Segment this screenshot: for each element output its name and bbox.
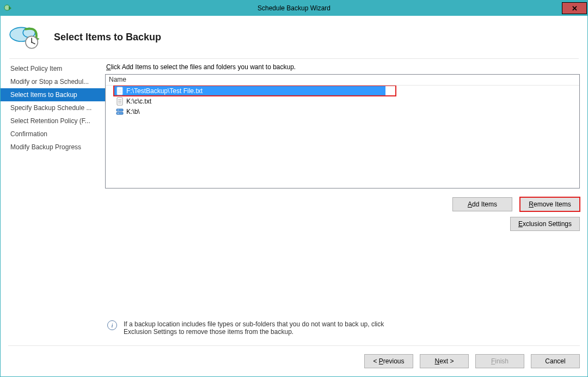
window-title: Schedule Backup Wizard [1, 4, 587, 12]
close-button[interactable]: ✕ [562, 2, 587, 14]
add-items-button[interactable]: Add Items [452, 197, 512, 211]
list-item[interactable]: K:\b\ [106, 106, 579, 117]
button-label: Remove Items [529, 200, 571, 208]
exclusion-settings-button[interactable]: Exclusion Settings [510, 217, 580, 231]
list-item[interactable]: F:\TestBackup\Test File.txt [106, 86, 579, 96]
svg-point-18 [118, 110, 119, 111]
wizard-body: Select Policy Item Modify or Stop a Sche… [1, 59, 587, 345]
close-icon: ✕ [572, 4, 578, 13]
list-item-path: F:\TestBackup\Test File.txt [126, 87, 203, 95]
next-button[interactable]: Next > [420, 354, 469, 368]
wizard-window: Schedule Backup Wizard ✕ Select Items to… [0, 0, 588, 377]
svg-rect-16 [117, 109, 123, 111]
info-text: If a backup location includes file types… [124, 320, 412, 336]
step-confirmation[interactable]: Confirmation [1, 127, 105, 141]
step-modify-or-stop[interactable]: Modify or Stop a Schedul... [1, 75, 105, 88]
wizard-steps-sidebar: Select Policy Item Modify or Stop a Sche… [1, 59, 105, 345]
titlebar: Schedule Backup Wizard ✕ [1, 1, 587, 16]
button-label: Add Items [468, 200, 497, 208]
items-listbox[interactable]: Name F:\TestBackup\Test File.txt [105, 74, 580, 188]
backup-cloud-icon [8, 22, 43, 52]
info-icon: i [107, 320, 117, 330]
wizard-footer: < Previous Next > Finish Cancel [1, 346, 587, 376]
cancel-button[interactable]: Cancel [531, 354, 580, 368]
svg-rect-17 [117, 112, 123, 114]
step-specify-backup-schedule[interactable]: Specify Backup Schedule ... [1, 101, 105, 114]
list-item-path: K:\c\c.txt [126, 98, 151, 105]
button-label: Cancel [545, 357, 565, 365]
app-icon [4, 4, 13, 13]
info-tip: i If a backup location includes file typ… [105, 311, 412, 345]
list-column-name: Name [106, 75, 579, 86]
button-label: Finish [491, 357, 509, 365]
step-select-retention-policy[interactable]: Select Retention Policy (F... [1, 114, 105, 127]
finish-button: Finish [475, 354, 524, 368]
list-actions: Add Items Remove Items Exclusion Setting… [105, 197, 580, 231]
list-item[interactable]: K:\c\c.txt [106, 96, 579, 106]
step-select-policy-item[interactable]: Select Policy Item [1, 62, 105, 75]
wizard-header: Select Items to Backup [1, 16, 587, 58]
button-label: Next > [434, 357, 454, 365]
wizard-main: Click Add Items to select the files and … [105, 59, 587, 345]
file-icon [115, 87, 124, 95]
button-label: Exclusion Settings [518, 220, 572, 228]
remove-items-button[interactable]: Remove Items [520, 197, 580, 211]
step-select-items-to-backup[interactable]: Select Items to Backup [1, 88, 105, 101]
file-icon [115, 97, 124, 106]
svg-point-19 [118, 113, 119, 114]
list-item-path: K:\b\ [126, 108, 140, 115]
previous-button[interactable]: < Previous [364, 354, 413, 368]
step-modify-backup-progress[interactable]: Modify Backup Progress [1, 141, 105, 154]
button-label: < Previous [373, 357, 404, 365]
svg-point-7 [31, 41, 32, 42]
instruction-text: Click Add Items to select the files and … [106, 63, 579, 71]
page-title: Select Items to Backup [54, 32, 161, 43]
server-icon [115, 107, 124, 116]
list-rows: F:\TestBackup\Test File.txt K:\c\c.txt K… [106, 86, 579, 188]
